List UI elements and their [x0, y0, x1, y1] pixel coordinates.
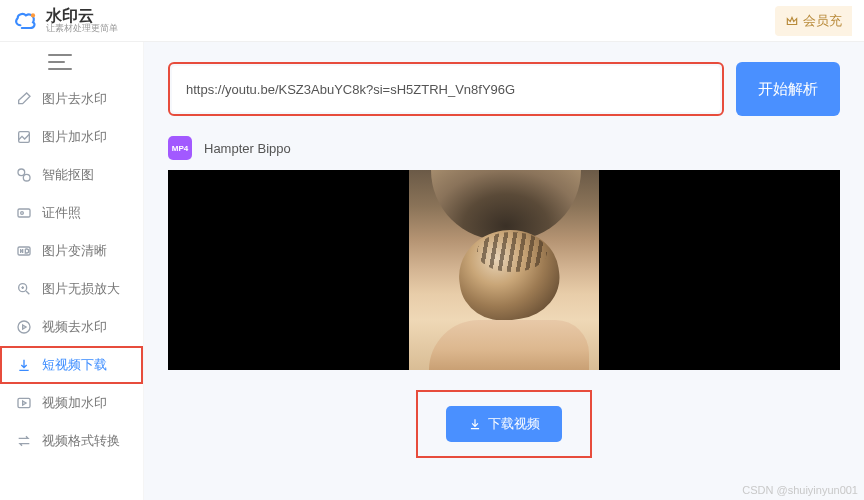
sidebar-item-8[interactable]: 视频加水印: [0, 384, 143, 422]
eraser-icon: [16, 91, 32, 107]
sidebar-item-label: 视频加水印: [42, 394, 107, 412]
result-header: MP4 Hampter Bippo: [168, 136, 840, 160]
sidebar-item-label: 短视频下载: [42, 356, 107, 374]
sidebar-item-0[interactable]: 图片去水印: [0, 80, 143, 118]
video-thumbnail: [409, 170, 599, 370]
svg-point-3: [23, 174, 30, 181]
video-preview[interactable]: [168, 170, 840, 370]
sidebar-item-label: 图片加水印: [42, 128, 107, 146]
svg-rect-1: [19, 132, 30, 143]
parse-button[interactable]: 开始解析: [736, 62, 840, 116]
sidebar-item-2[interactable]: 智能抠图: [0, 156, 143, 194]
brand-title: 水印云: [46, 7, 118, 25]
page-watermark: CSDN @shuiyinyun001: [742, 484, 858, 496]
member-button[interactable]: 会员充: [775, 6, 852, 36]
svg-point-8: [18, 321, 30, 333]
menu-toggle-icon[interactable]: [48, 54, 72, 70]
sidebar-item-label: 证件照: [42, 204, 81, 222]
idcard-icon: [16, 205, 32, 221]
svg-point-5: [21, 212, 24, 215]
sidebar-item-label: 智能抠图: [42, 166, 94, 184]
play-stamp-icon: [16, 395, 32, 411]
sidebar-item-3[interactable]: 证件照: [0, 194, 143, 232]
sidebar-item-label: 图片变清晰: [42, 242, 107, 260]
svg-point-2: [18, 169, 25, 176]
format-badge: MP4: [168, 136, 192, 160]
convert-icon: [16, 433, 32, 449]
hd-icon: [16, 243, 32, 259]
sidebar-item-4[interactable]: 图片变清晰: [0, 232, 143, 270]
svg-point-0: [31, 13, 35, 17]
sidebar-item-label: 视频去水印: [42, 318, 107, 336]
play-erase-icon: [16, 319, 32, 335]
sidebar-item-7[interactable]: 短视频下载: [0, 346, 143, 384]
enlarge-icon: [16, 281, 32, 297]
main-content: 开始解析 MP4 Hampter Bippo 下载视频: [144, 42, 864, 500]
download-video-button[interactable]: 下载视频: [446, 406, 562, 442]
video-url-input[interactable]: [172, 66, 720, 112]
sidebar-item-5[interactable]: 图片无损放大: [0, 270, 143, 308]
brand-subtitle: 让素材处理更简单: [46, 24, 118, 34]
sidebar-item-label: 视频格式转换: [42, 432, 120, 450]
download-icon: [468, 417, 482, 431]
app-header: 水印云 让素材处理更简单 会员充: [0, 0, 864, 42]
cloud-logo-icon: [12, 7, 40, 35]
sidebar-item-9[interactable]: 视频格式转换: [0, 422, 143, 460]
video-title: Hampter Bippo: [204, 141, 291, 156]
url-highlight-box: [168, 62, 724, 116]
sidebar-item-1[interactable]: 图片加水印: [0, 118, 143, 156]
sidebar-item-6[interactable]: 视频去水印: [0, 308, 143, 346]
download-icon: [16, 357, 32, 373]
sidebar-item-label: 图片无损放大: [42, 280, 120, 298]
crown-icon: [785, 14, 799, 28]
sidebar: 图片去水印图片加水印智能抠图证件照图片变清晰图片无损放大视频去水印短视频下载视频…: [0, 42, 144, 500]
sidebar-item-label: 图片去水印: [42, 90, 107, 108]
cutout-icon: [16, 167, 32, 183]
stamp-icon: [16, 129, 32, 145]
brand-logo: 水印云 让素材处理更简单: [12, 7, 118, 35]
download-highlight-box: 下载视频: [416, 390, 592, 458]
svg-rect-9: [18, 398, 30, 407]
